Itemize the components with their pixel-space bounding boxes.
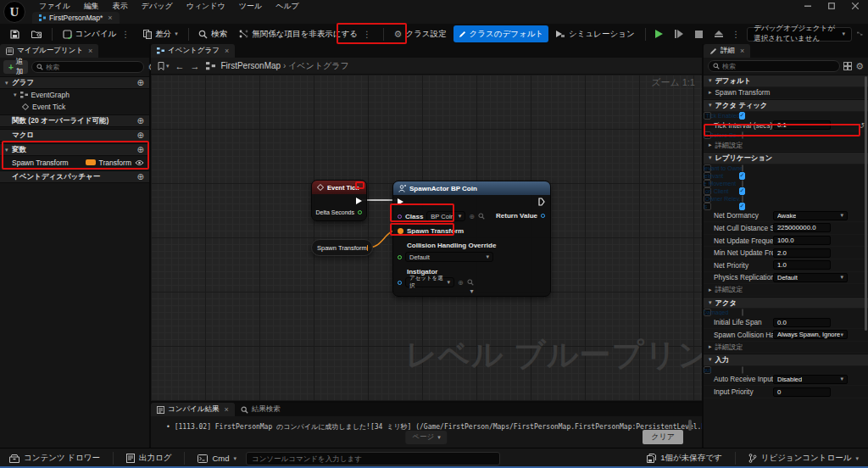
- compile-options-icon[interactable]: ⋮: [120, 30, 131, 39]
- node-collapse-chevron[interactable]: ▾: [470, 287, 473, 295]
- tab-details[interactable]: 詳細 ×: [704, 44, 750, 58]
- reset-to-default-icon[interactable]: ↺: [858, 121, 865, 130]
- diff-button[interactable]: 差分 ▾: [138, 25, 183, 42]
- details-search-input[interactable]: [722, 63, 835, 70]
- use-selected-icon[interactable]: ⊕: [469, 213, 475, 220]
- tree-section-マクロ[interactable]: マクロ⊕: [0, 129, 149, 142]
- details-row-replicates[interactable]: Replicates✓: [704, 203, 711, 210]
- content-drawer-button[interactable]: コンテンツ ドロワー: [5, 451, 104, 466]
- save-button[interactable]: [5, 25, 25, 42]
- details-row-net-use-owner-relev-[interactable]: Net Use Owner Relev..: [704, 195, 711, 203]
- collision-dropdown[interactable]: Default ▾: [405, 252, 493, 262]
- tab-event-graph[interactable]: イベントグラフ ×: [151, 44, 235, 58]
- page-dropdown[interactable]: ページ ▾: [405, 431, 447, 444]
- details-row-always-relevant[interactable]: Always Relevant✓: [704, 172, 711, 180]
- property-checkbox[interactable]: ✓: [739, 112, 746, 120]
- tab-find-results[interactable]: 結果検索: [235, 403, 287, 416]
- menu-item[interactable]: ウィンドウ: [180, 1, 232, 12]
- play-button[interactable]: [650, 25, 668, 42]
- spawn-transform-pin-row[interactable]: Spawn Transform: [398, 227, 464, 235]
- compile-scrollbar[interactable]: [688, 420, 692, 431]
- frame-skip-button[interactable]: [670, 25, 688, 42]
- details-row-start-with-tick-enabled[interactable]: Start with Tick Enabled✓: [704, 112, 711, 120]
- property-checkbox[interactable]: ✓: [739, 187, 746, 195]
- console-command-input[interactable]: [252, 454, 494, 463]
- property-checkbox[interactable]: [742, 195, 743, 203]
- property-value-field[interactable]: 0.1: [773, 120, 831, 130]
- close-icon[interactable]: ×: [108, 14, 112, 22]
- forward-arrow-button[interactable]: →: [191, 61, 200, 71]
- menu-item[interactable]: ヘルプ: [269, 1, 306, 12]
- gear-icon[interactable]: ⚙: [855, 61, 864, 72]
- details-row-allow-tick-before-be-[interactable]: Allow Tick Before Be..: [704, 131, 711, 139]
- property-checkbox[interactable]: ✓: [739, 203, 746, 210]
- close-icon[interactable]: ×: [88, 47, 92, 55]
- details-row-入力[interactable]: ▾入力: [704, 354, 868, 366]
- class-pin-row[interactable]: Class BP Coin ▾ ⊕: [398, 211, 485, 221]
- bookmark-dropdown[interactable]: ▾: [158, 62, 170, 70]
- tab-my-blueprint[interactable]: マイブループリント ×: [0, 44, 98, 58]
- details-row-min-net-update-frequ-[interactable]: Min Net Update Frequ..2.0: [704, 247, 868, 259]
- add-item-icon[interactable]: ⊕: [137, 131, 144, 140]
- menu-item[interactable]: ファイル: [32, 1, 77, 12]
- details-row-レプリケーション[interactable]: ▾レプリケーション: [704, 152, 868, 164]
- my-blueprint-search[interactable]: [31, 61, 144, 73]
- details-row-spawn-collision-hand-[interactable]: Spawn Collision Hand..Always Spawn, Igno…: [704, 329, 868, 342]
- instigator-dropdown[interactable]: アセットを選択 ▾: [405, 277, 454, 287]
- graph-canvas[interactable]: ズーム 1:1 レベル ブループリント Event Tick: [151, 75, 702, 401]
- add-button[interactable]: + 追加: [3, 60, 28, 74]
- property-dropdown[interactable]: Always Spawn, Ignore Collis▾: [773, 330, 848, 339]
- details-row-input-priority[interactable]: Input Priority0: [704, 386, 868, 398]
- details-row-net-priority[interactable]: Net Priority1.0: [704, 259, 868, 272]
- asset-tab-firstpersonmap[interactable]: FirstPersonMap* ×: [32, 12, 120, 24]
- property-value-field[interactable]: 100.0: [773, 236, 831, 245]
- clear-button[interactable]: クリア: [643, 430, 683, 444]
- tree-item-event-tick[interactable]: Event Tick: [0, 101, 149, 113]
- browse-to-icon[interactable]: [467, 279, 474, 286]
- property-checkbox[interactable]: [742, 164, 743, 172]
- debug-object-dropdown[interactable]: デバッグオブジェクトが選択されていません ▾: [747, 27, 852, 42]
- simulation-button[interactable]: シミュレーション: [550, 25, 640, 42]
- details-row-詳細設定[interactable]: ▸詳細設定: [704, 342, 868, 354]
- eye-icon[interactable]: [135, 159, 144, 166]
- console-command-box[interactable]: [246, 452, 500, 465]
- output-log-button[interactable]: 出力ログ: [122, 451, 175, 466]
- play-options-icon[interactable]: ⋮: [730, 30, 742, 39]
- details-row-initial-life-span[interactable]: Initial Life Span0.0: [704, 316, 868, 329]
- tree-section-グラフ[interactable]: ▾グラフ⊕: [0, 76, 149, 89]
- browse-to-icon[interactable]: [478, 213, 485, 220]
- details-row-詳細設定[interactable]: ▸詳細設定: [704, 284, 868, 297]
- compile-button[interactable]: ✓ コンパイル ⋮: [58, 25, 137, 42]
- return-value-pin[interactable]: Return Value: [496, 212, 545, 220]
- details-row-net-dormancy[interactable]: Net DormancyAwake▾: [704, 210, 868, 223]
- add-item-icon[interactable]: ⊕: [137, 145, 144, 154]
- details-row-auto-receive-input[interactable]: Auto Receive InputDisabled▾: [704, 374, 868, 387]
- spawn-exec-out-pin[interactable]: [538, 198, 545, 206]
- details-row-詳細設定[interactable]: ▸詳細設定: [704, 139, 868, 152]
- instigator-pin-row[interactable]: アセットを選択 ▾ ⊕: [398, 277, 474, 287]
- details-row-physics-replication-[interactable]: Physics Replication..Default▾: [704, 272, 868, 285]
- property-value-field[interactable]: 2.0: [773, 248, 831, 258]
- property-checkbox[interactable]: ✓: [739, 172, 746, 180]
- details-row-replicate-movement[interactable]: Replicate Movement: [704, 180, 711, 187]
- spawn-transform-variable-node[interactable]: Spawn Transform: [311, 239, 373, 256]
- tree-variable-spawn-transform[interactable]: Spawn TransformTransform: [0, 156, 149, 169]
- details-row-net-update-frequency[interactable]: Net Update Frequency100.0: [704, 235, 868, 248]
- hide-unrelated-options-icon[interactable]: ⋮: [361, 30, 373, 39]
- details-search[interactable]: [708, 60, 840, 72]
- event-tick-exec-out-pin[interactable]: [356, 198, 362, 204]
- unsaved-button[interactable]: 1個が未保存です: [643, 451, 726, 466]
- details-row-can-be-damaged[interactable]: Can be Damaged: [704, 309, 711, 316]
- display-filter-icon[interactable]: [843, 62, 852, 70]
- property-dropdown[interactable]: Disabled▾: [773, 375, 848, 384]
- property-checkbox[interactable]: [742, 131, 743, 139]
- details-row-アクタ-ティック[interactable]: ▾アクタ ティック: [704, 99, 868, 112]
- property-checkbox[interactable]: [742, 366, 743, 374]
- menu-item[interactable]: 編集: [77, 1, 106, 12]
- menu-item[interactable]: デバッグ: [135, 1, 180, 12]
- property-value-field[interactable]: 1.0: [773, 260, 831, 270]
- property-dropdown[interactable]: Default▾: [773, 273, 848, 282]
- tree-section-関数 (20 オーバーライド可能)[interactable]: 関数 (20 オーバーライド可能)⊕: [0, 114, 149, 127]
- revision-control-button[interactable]: リビジョンコントロール ▾: [744, 451, 863, 466]
- details-row-block-input[interactable]: Block Input: [704, 366, 711, 374]
